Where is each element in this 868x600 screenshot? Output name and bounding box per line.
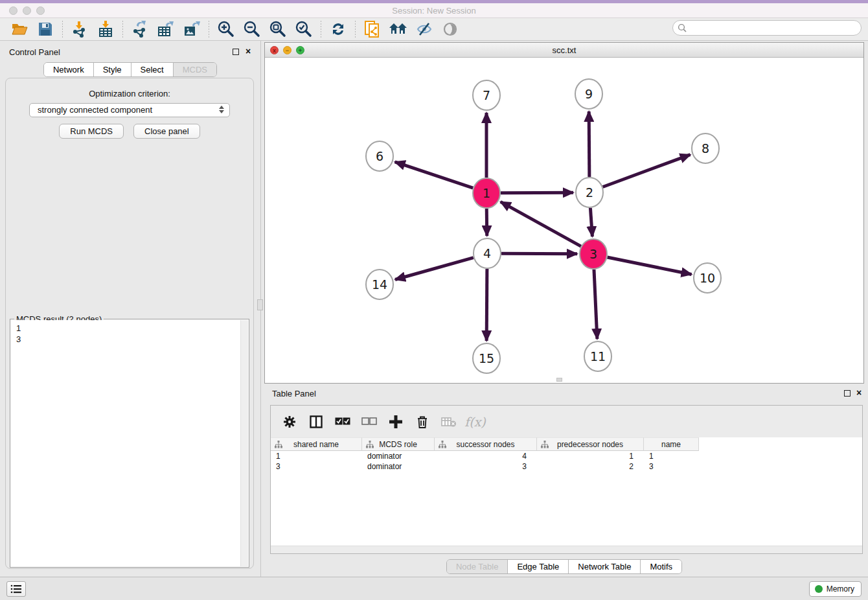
graph-edge-3-11[interactable]	[594, 270, 597, 339]
tab-motifs[interactable]: Motifs	[641, 560, 681, 573]
mcds-result-text[interactable]: 1 3	[11, 320, 240, 566]
control-panel-close-icon[interactable]: ×	[246, 46, 251, 56]
zoom-in-icon[interactable]	[213, 19, 239, 39]
column-header-successor-nodes[interactable]: successor nodes	[435, 437, 537, 451]
memory-button[interactable]: Memory	[809, 581, 862, 597]
toolbar-separator	[122, 21, 123, 38]
table-cell[interactable]: 3	[644, 461, 699, 472]
graph-edge-1-6[interactable]	[395, 162, 474, 188]
table-cell[interactable]: dominator	[362, 451, 435, 461]
mcds-panel-content: Optimization criterion: strongly connect…	[5, 78, 254, 569]
graph-node-label-14: 14	[372, 277, 387, 292]
graph-edge-3-1[interactable]	[501, 202, 581, 246]
delete-column-trash-icon[interactable]	[410, 411, 434, 433]
graph-edge-2-9[interactable]	[589, 111, 589, 177]
control-panel-title: Control Panel	[9, 47, 60, 57]
tab-style[interactable]: Style	[94, 63, 131, 76]
window-title: Session: New Session	[0, 6, 868, 16]
panel-divider-handle[interactable]	[257, 299, 263, 310]
save-session-icon[interactable]	[32, 19, 58, 39]
table-row[interactable]: 1dominator411	[271, 451, 862, 461]
delete-table-icon[interactable]	[437, 411, 461, 433]
table-hscroll-area[interactable]	[271, 546, 862, 553]
table-cell[interactable]: 1	[644, 451, 699, 461]
tab-network-table[interactable]: Network Table	[569, 560, 641, 573]
column-header-shared-name[interactable]: shared name	[271, 437, 362, 451]
tab-mcds[interactable]: MCDS	[174, 63, 216, 76]
search-input[interactable]	[672, 20, 862, 36]
canvas-split-handle[interactable]	[556, 378, 562, 382]
table-cell[interactable]: 3	[435, 461, 537, 472]
graph-node-label-2: 2	[586, 185, 593, 200]
zoom-fit-icon[interactable]	[265, 19, 291, 39]
node-table-rows: 1dominator4113dominator323	[271, 451, 862, 472]
import-network-icon[interactable]	[67, 19, 93, 39]
show-column-icon[interactable]	[304, 411, 328, 433]
graph-edge-4-14[interactable]	[395, 258, 474, 280]
memory-label: Memory	[827, 584, 854, 594]
graph-edge-3-10[interactable]	[608, 257, 692, 275]
export-network-icon[interactable]	[127, 19, 153, 39]
graph-node-label-11: 11	[590, 349, 606, 363]
graph-edge-4-15[interactable]	[486, 269, 487, 341]
table-cell[interactable]: 3	[271, 461, 362, 472]
hide-selected-icon[interactable]	[411, 19, 437, 39]
close-panel-button[interactable]: Close panel	[133, 124, 200, 139]
add-column-icon[interactable]	[383, 411, 407, 433]
control-panel: Control Panel × Network Style Select MCD…	[0, 41, 260, 577]
import-table-icon[interactable]	[93, 19, 119, 39]
criterion-select[interactable]: strongly connected component	[29, 103, 230, 117]
apply-preferred-layout-icon[interactable]	[385, 19, 411, 39]
select-all-columns-icon[interactable]	[330, 411, 354, 433]
memory-status-dot-icon	[815, 585, 823, 593]
column-type-icon	[275, 441, 282, 448]
graph-edge-4-3[interactable]	[501, 253, 577, 254]
network-canvas[interactable]: 7968124314101511	[265, 58, 863, 383]
tab-select[interactable]: Select	[131, 63, 174, 76]
export-image-icon[interactable]	[179, 19, 205, 39]
graph-node-label-3: 3	[589, 247, 597, 261]
fx-label: f(x)	[464, 415, 486, 429]
graph-edge-2-8[interactable]	[603, 155, 691, 187]
show-hidden-icon[interactable]	[437, 19, 463, 39]
table-cell[interactable]: 2	[537, 461, 644, 472]
tab-edge-table[interactable]: Edge Table	[508, 560, 569, 573]
table-row[interactable]: 3dominator323	[271, 461, 862, 472]
network-graph-svg: 7968124314101511	[265, 58, 863, 383]
table-options-gear-icon[interactable]	[277, 411, 301, 433]
graph-edge-1-2[interactable]	[501, 192, 573, 193]
refresh-view-icon[interactable]	[325, 19, 351, 39]
graph-edge-2-3[interactable]	[590, 208, 592, 237]
column-header-predecessor-nodes[interactable]: predecessor nodes	[537, 437, 644, 451]
table-cell[interactable]: 4	[435, 451, 537, 461]
run-mcds-button[interactable]: Run MCDS	[59, 124, 124, 139]
zoom-out-icon[interactable]	[239, 19, 265, 39]
node-table-box: f(x) shared nameMCDS rolesuccessor nodes…	[270, 405, 863, 554]
network-window-titlebar[interactable]: x − + scc.txt	[265, 43, 863, 58]
export-table-icon[interactable]	[153, 19, 179, 39]
table-cell[interactable]: 1	[537, 451, 644, 461]
zoom-selected-icon[interactable]	[291, 19, 317, 39]
result-scrollbar[interactable]	[240, 320, 248, 566]
function-builder-icon[interactable]: f(x)	[463, 411, 487, 433]
table-panel-float-icon[interactable]	[844, 390, 851, 397]
table-cell[interactable]: 1	[271, 451, 362, 461]
task-history-button[interactable]	[6, 581, 26, 597]
new-network-from-selection-icon[interactable]	[360, 19, 385, 39]
tab-network[interactable]: Network	[44, 63, 94, 76]
column-header-MCDS-role[interactable]: MCDS role	[362, 437, 435, 451]
tab-node-table[interactable]: Node Table	[447, 560, 508, 573]
open-session-icon[interactable]	[6, 19, 32, 39]
toolbar-separator	[209, 21, 209, 38]
control-panel-float-icon[interactable]	[233, 49, 239, 55]
unselect-all-columns-icon[interactable]	[357, 411, 381, 433]
table-cell[interactable]: dominator	[362, 461, 435, 472]
network-view-window: x − + scc.txt 7968124314101511	[264, 42, 864, 384]
criterion-select-value: strongly connected component	[38, 105, 152, 115]
table-tab-group: Node Table Edge Table Network Table Moti…	[446, 559, 682, 574]
table-panel-title: Table Panel	[272, 389, 316, 398]
graph-node-label-7: 7	[483, 88, 490, 102]
column-header-name[interactable]: name	[644, 437, 699, 451]
table-panel-close-icon[interactable]: ×	[856, 387, 862, 398]
graph-node-label-6: 6	[376, 149, 383, 163]
